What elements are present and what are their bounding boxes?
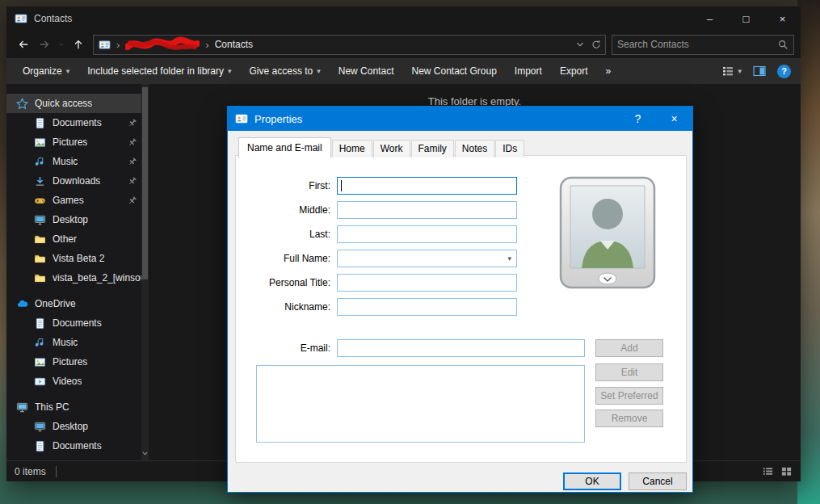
breadcrumb-contacts[interactable]: Contacts bbox=[215, 39, 253, 50]
sidebar-item-documents[interactable]: Documents bbox=[6, 313, 149, 333]
ok-button[interactable]: OK bbox=[563, 472, 621, 490]
search-input[interactable] bbox=[617, 39, 777, 50]
give-access-button[interactable]: Give access to ▾ bbox=[250, 65, 321, 77]
refresh-icon[interactable] bbox=[591, 39, 602, 50]
include-in-library-label: Include selected folder in library bbox=[87, 65, 224, 77]
documents-icon bbox=[34, 440, 46, 452]
recent-locations-chevron-icon[interactable] bbox=[55, 35, 68, 54]
sidebar-item-pictures[interactable]: Pictures bbox=[6, 132, 149, 152]
properties-dialog-icon bbox=[235, 112, 248, 125]
personal-title-input[interactable] bbox=[337, 274, 517, 292]
search-icon[interactable] bbox=[777, 39, 788, 50]
sidebar-item-vista-beta-2[interactable]: Vista Beta 2 bbox=[6, 249, 149, 268]
forward-button[interactable] bbox=[34, 35, 55, 54]
dialog-titlebar[interactable]: Properties ? × bbox=[228, 107, 692, 131]
new-contact-button[interactable]: New Contact bbox=[339, 65, 394, 77]
nickname-input[interactable] bbox=[337, 298, 517, 316]
pin-icon bbox=[127, 195, 137, 206]
scroll-down-icon[interactable] bbox=[141, 449, 149, 457]
navigation-pane: Quick accessDocumentsPicturesMusicDownlo… bbox=[6, 84, 149, 460]
documents-icon bbox=[34, 117, 46, 129]
tab-home[interactable]: Home bbox=[332, 140, 372, 158]
command-bar: Organize ▾ Include selected folder in li… bbox=[6, 58, 801, 84]
help-icon: ? bbox=[777, 65, 791, 78]
maximize-button[interactable]: □ bbox=[728, 6, 764, 31]
change-view-button[interactable]: ▾ bbox=[721, 65, 742, 78]
videos-icon bbox=[34, 376, 46, 388]
sidebar-item-label: Pictures bbox=[53, 356, 87, 368]
sidebar-item-this-pc[interactable]: This PC bbox=[6, 397, 149, 417]
contact-photo[interactable] bbox=[559, 176, 656, 289]
first-label: First: bbox=[236, 180, 330, 191]
full-name-combobox[interactable]: ▾ bbox=[337, 250, 517, 267]
details-view-icon[interactable] bbox=[762, 465, 774, 477]
sidebar-scrollbar[interactable] bbox=[141, 84, 149, 460]
remove-button[interactable]: Remove bbox=[595, 410, 663, 427]
desktop-icon bbox=[34, 421, 46, 433]
new-contact-group-button[interactable]: New Contact Group bbox=[411, 65, 496, 77]
first-input[interactable] bbox=[337, 177, 517, 195]
tab-family[interactable]: Family bbox=[411, 140, 454, 158]
chevron-down-icon: ▾ bbox=[507, 254, 511, 262]
sidebar-item-label: Music bbox=[53, 337, 78, 348]
properties-dialog: Properties ? × Name and E-mailHomeWorkFa… bbox=[227, 106, 693, 493]
large-icons-view-icon[interactable] bbox=[780, 465, 793, 477]
sidebar-item-other[interactable]: Other bbox=[6, 229, 149, 249]
new-contact-label: New Contact bbox=[339, 65, 394, 77]
tab-work[interactable]: Work bbox=[373, 140, 410, 158]
export-button[interactable]: Export bbox=[560, 65, 588, 77]
set-preferred-button[interactable]: Set Preferred bbox=[595, 387, 663, 405]
tab-name-and-e-mail[interactable]: Name and E-mail bbox=[238, 137, 331, 158]
pin-icon bbox=[127, 118, 137, 128]
sidebar-item-pictures[interactable]: Pictures bbox=[6, 352, 149, 372]
toolbar-overflow-button[interactable]: » bbox=[606, 65, 612, 77]
sidebar-item-videos[interactable]: Videos bbox=[6, 372, 149, 391]
tab-ids[interactable]: IDs bbox=[495, 140, 524, 158]
tab-notes[interactable]: Notes bbox=[455, 140, 494, 158]
sidebar-item-quick-access[interactable]: Quick access bbox=[6, 94, 149, 113]
dialog-title: Properties bbox=[254, 113, 302, 125]
sidebar-item-music[interactable]: Music bbox=[6, 152, 149, 171]
sidebar-item-label: Documents bbox=[53, 440, 102, 452]
edit-button[interactable]: Edit bbox=[595, 363, 663, 381]
dialog-close-button[interactable]: × bbox=[656, 107, 692, 131]
import-button[interactable]: Import bbox=[515, 65, 542, 77]
close-button[interactable]: × bbox=[764, 6, 801, 31]
organize-button[interactable]: Organize ▾ bbox=[23, 65, 69, 77]
sidebar-item-onedrive[interactable]: OneDrive bbox=[6, 294, 149, 313]
titlebar[interactable]: Contacts – □ × bbox=[6, 6, 801, 31]
help-button[interactable]: ? bbox=[777, 65, 791, 78]
cancel-button[interactable]: Cancel bbox=[629, 472, 687, 490]
minimize-button[interactable]: – bbox=[692, 6, 728, 31]
export-label: Export bbox=[560, 65, 588, 77]
sidebar-item-vista-beta-2-winsou[interactable]: vista_beta_2_[winsou bbox=[6, 268, 149, 288]
sidebar-item-downloads[interactable]: Downloads bbox=[6, 171, 149, 191]
window-controls: – □ × bbox=[692, 6, 801, 31]
sidebar-item-documents[interactable]: Documents bbox=[6, 436, 149, 456]
sidebar-item-music[interactable]: Music bbox=[6, 333, 149, 352]
sidebar-item-games[interactable]: Games bbox=[6, 191, 149, 210]
back-button[interactable] bbox=[13, 35, 34, 54]
sidebar-item-label: Videos bbox=[53, 376, 82, 387]
chevron-down-icon: ▾ bbox=[228, 67, 232, 75]
search-box[interactable] bbox=[612, 35, 794, 55]
up-button[interactable] bbox=[68, 35, 89, 54]
address-dropdown-chevron-icon[interactable] bbox=[574, 39, 586, 50]
music-icon bbox=[34, 156, 46, 168]
scrollbar-thumb[interactable] bbox=[142, 87, 148, 279]
pin-icon bbox=[127, 137, 137, 148]
sidebar-item-label: Pictures bbox=[53, 136, 87, 148]
sidebar-item-documents[interactable]: Documents bbox=[6, 113, 149, 132]
address-bar[interactable]: › › Contacts bbox=[93, 35, 606, 55]
dialog-help-button[interactable]: ? bbox=[620, 107, 656, 131]
sidebar-item-desktop[interactable]: Desktop bbox=[6, 210, 149, 229]
include-in-library-button[interactable]: Include selected folder in library ▾ bbox=[87, 65, 231, 77]
sidebar-item-desktop[interactable]: Desktop bbox=[6, 417, 149, 436]
middle-input[interactable] bbox=[337, 201, 517, 219]
add-button[interactable]: Add bbox=[595, 339, 663, 357]
last-input[interactable] bbox=[337, 225, 517, 243]
statusbar-divider bbox=[56, 466, 57, 477]
email-listbox[interactable] bbox=[256, 365, 585, 443]
email-input[interactable] bbox=[337, 339, 585, 357]
preview-pane-button[interactable] bbox=[753, 65, 766, 78]
